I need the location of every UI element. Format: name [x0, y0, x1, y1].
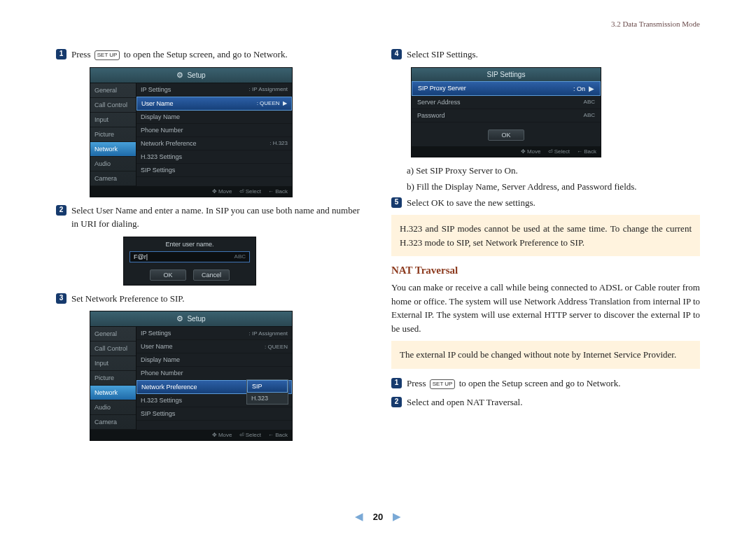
- row-phone-number[interactable]: Phone Number: [136, 367, 292, 380]
- pager: ◀ 20 ▶: [0, 510, 756, 523]
- row-user-name[interactable]: User Name: QUEEN ▶: [136, 97, 292, 111]
- step2-text: Select User Name and enter a name. In SI…: [71, 204, 365, 231]
- step-5: 5 Select OK to save the new settings.: [391, 197, 700, 210]
- sip-proxy-row[interactable]: SIP Proxy Server : On ▶: [412, 81, 601, 96]
- popup-cancel-button[interactable]: Cancel: [193, 269, 230, 281]
- password-row[interactable]: PasswordABC: [412, 109, 601, 122]
- side-general[interactable]: General: [90, 327, 136, 342]
- note-h323-sip: H.323 and SIP modes cannot be used at th…: [391, 215, 700, 256]
- side-network[interactable]: Network: [90, 142, 136, 157]
- row-ip-settings[interactable]: IP Settings: IP Assignment: [136, 83, 292, 97]
- row-phone-number[interactable]: Phone Number: [136, 124, 292, 137]
- nstep1-b: to open the Setup screen and go to Netwo…: [459, 378, 621, 388]
- step-badge-2: 2: [56, 205, 66, 216]
- server-address-row[interactable]: Server AddressABC: [412, 96, 601, 109]
- setup-title: Setup: [187, 71, 205, 79]
- setup-main-2: IP Settings: IP Assignment User Name: QU…: [136, 327, 292, 430]
- row-network-pref[interactable]: Network Preference: H.323: [136, 137, 292, 150]
- nat-step-2: 2 Select and open NAT Traversal.: [391, 396, 700, 409]
- row-user-name[interactable]: User Name: QUEEN: [136, 340, 292, 353]
- nat-step-1: 1 Press SET UP to open the Setup screen …: [391, 377, 700, 391]
- prev-page-icon[interactable]: ◀: [355, 510, 363, 523]
- enter-username-popup: Enter user name. F@r|ABC OK Cancel: [123, 237, 256, 286]
- sip-ok-button[interactable]: OK: [488, 129, 524, 141]
- side-input[interactable]: Input: [90, 356, 136, 371]
- side-audio[interactable]: Audio: [90, 400, 136, 415]
- sub-a: a) Set SIP Proxy Server to On.: [407, 164, 700, 178]
- setup-sidebar: General Call Control Input Picture Netwo…: [90, 83, 136, 186]
- page-number: 20: [373, 512, 383, 522]
- step-badge-1: 1: [56, 49, 66, 59]
- row-network-pref-sel[interactable]: Network Preference SIP H.323: [136, 380, 292, 394]
- step-3: 3 Set Network Preference to SIP.: [56, 293, 365, 306]
- step1-text-b: to open the Setup screen, and go to Netw…: [124, 49, 288, 59]
- next-page-icon[interactable]: ▶: [393, 510, 401, 523]
- side-callcontrol[interactable]: Call Control: [90, 342, 136, 356]
- row-sip-settings[interactable]: SIP Settings: [136, 407, 292, 421]
- nat-paragraph: You can make or receive a call while bei…: [391, 281, 700, 335]
- sip-footer: ✥ Move ⏎ Select ← Back: [412, 146, 601, 157]
- sip-settings-panel: SIP Settings SIP Proxy Server : On ▶ Ser…: [411, 67, 601, 157]
- nstep2-text: Select and open NAT Traversal.: [407, 396, 700, 409]
- setup-sidebar-2: General Call Control Input Picture Netwo…: [90, 327, 136, 430]
- left-column: 1 Press SET UP to open the Setup screen,…: [56, 45, 365, 448]
- step-badge-4: 4: [391, 49, 402, 59]
- setup-titlebar-2: ⚙ Setup: [90, 311, 292, 327]
- popup-ok-button[interactable]: OK: [150, 269, 186, 281]
- step-4: 4 Select SIP Settings.: [391, 48, 700, 62]
- dropdown-sip[interactable]: SIP: [247, 380, 288, 393]
- setup-title-2: Setup: [187, 315, 205, 323]
- row-h323[interactable]: H.323 Settings: [136, 150, 292, 164]
- sub-b: b) Fill the Display Name, Server Address…: [407, 181, 700, 194]
- step1-text-a: Press: [71, 49, 90, 59]
- step-badge-5: 5: [391, 197, 402, 208]
- step4-text: Select SIP Settings.: [407, 48, 700, 62]
- setup-titlebar: ⚙ Setup: [90, 68, 292, 83]
- note-external-ip: The external IP could be changed without…: [391, 341, 700, 369]
- right-column: 4 Select SIP Settings. SIP Settings SIP …: [391, 45, 700, 448]
- popup-title: Enter user name.: [124, 237, 255, 250]
- side-input[interactable]: Input: [90, 113, 136, 127]
- step-badge-3: 3: [56, 293, 66, 304]
- nat-step-badge-1: 1: [391, 378, 402, 388]
- header-section: 3.2 Data Transmission Mode: [611, 20, 700, 28]
- side-picture[interactable]: Picture: [90, 371, 136, 386]
- setup-panel-1: ⚙ Setup General Call Control Input Pictu…: [90, 67, 293, 197]
- side-camera[interactable]: Camera: [90, 415, 136, 430]
- nat-heading: NAT Traversal: [391, 265, 700, 276]
- step-2: 2 Select User Name and enter a name. In …: [56, 204, 365, 231]
- dropdown-h323[interactable]: H.323: [247, 393, 288, 404]
- row-sip-settings[interactable]: SIP Settings: [136, 164, 292, 177]
- step3-text: Set Network Preference to SIP.: [71, 293, 365, 306]
- gear-icon: ⚙: [176, 71, 183, 80]
- panel-footer: ✥ Move ⏎ Select ← Back: [90, 186, 292, 197]
- row-ip-settings[interactable]: IP Settings: IP Assignment: [136, 327, 292, 340]
- side-picture[interactable]: Picture: [90, 127, 136, 142]
- row-display-name[interactable]: Display Name: [136, 353, 292, 367]
- side-network[interactable]: Network: [90, 386, 136, 400]
- side-camera[interactable]: Camera: [90, 171, 136, 186]
- username-input[interactable]: F@r|ABC: [130, 251, 250, 262]
- gear-icon: ⚙: [176, 314, 183, 323]
- setup-panel-2: ⚙ Setup General Call Control Input Pictu…: [90, 311, 293, 441]
- side-general[interactable]: General: [90, 83, 136, 98]
- setup-key-2: SET UP: [430, 379, 456, 389]
- side-callcontrol[interactable]: Call Control: [90, 98, 136, 113]
- panel-footer-2: ✥ Move ⏎ Select ← Back: [90, 430, 292, 440]
- setup-key: SET UP: [94, 50, 120, 60]
- step5-text: Select OK to save the new settings.: [407, 197, 700, 210]
- network-pref-dropdown[interactable]: SIP H.323: [246, 379, 288, 405]
- step-1: 1 Press SET UP to open the Setup screen,…: [56, 48, 365, 62]
- setup-main-1: IP Settings: IP Assignment User Name: QU…: [136, 83, 292, 186]
- nstep1-a: Press: [407, 378, 426, 388]
- side-audio[interactable]: Audio: [90, 157, 136, 171]
- nat-step-badge-2: 2: [391, 397, 402, 407]
- sip-title: SIP Settings: [412, 68, 601, 81]
- row-display-name[interactable]: Display Name: [136, 111, 292, 124]
